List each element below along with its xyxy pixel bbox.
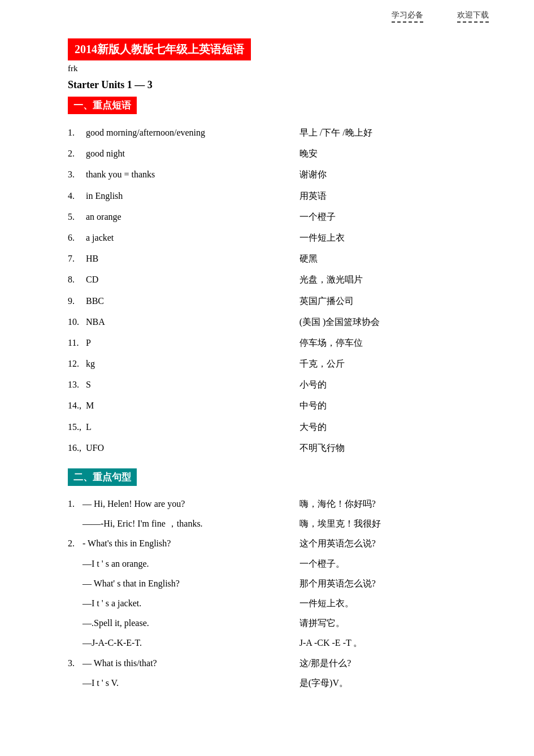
sentence-en: 1. — Hi, Helen! How are you?	[68, 494, 299, 514]
vocab-number-en: 4. in English	[68, 185, 299, 206]
sentence-zh: 是(字母)V。	[299, 673, 489, 693]
vocab-zh: 晚安	[299, 143, 489, 164]
sentence-row: 3. — What is this/that? 这/那是什么?	[68, 653, 489, 673]
vocab-row: 13. S 小号的	[68, 374, 489, 395]
vocab-row: 2. good night 晚安	[68, 143, 489, 164]
subtitle: frk	[68, 64, 489, 73]
vocab-number-en: 6. a jacket	[68, 227, 299, 248]
vocab-number-en: 1. good morning/afternoon/evening	[68, 122, 299, 143]
sentence-row: —I t ' s V. 是(字母)V。	[68, 673, 489, 693]
vocab-zh: 停车场，停车位	[299, 332, 489, 353]
sentence-en: 2. - What's this in English?	[68, 533, 299, 553]
vocab-zh: 用英语	[299, 185, 489, 206]
vocab-row: 10. NBA (美国 )全国篮球协会	[68, 311, 489, 332]
vocab-row: 15., L 大号的	[68, 416, 489, 437]
sentence-en: — What' s that in English?	[68, 573, 299, 593]
sentence-en: —I t ' s a jacket.	[68, 593, 299, 613]
sentence-row: 1. — Hi, Helen! How are you? 嗨，海伦！你好吗?	[68, 494, 489, 514]
vocab-row: 3. thank you = thanks 谢谢你	[68, 164, 489, 185]
vocab-number-en: 9. BBC	[68, 290, 299, 311]
main-content: 2014新版人教版七年级上英语短语 frk Starter Units 1 — …	[0, 27, 534, 715]
sentence-table: 1. — Hi, Helen! How are you? 嗨，海伦！你好吗? —…	[68, 494, 489, 693]
sentence-en: —J-A-C-K-E-T.	[68, 633, 299, 653]
vocab-zh: 中号的	[299, 395, 489, 416]
sentence-zh: 这/那是什么?	[299, 653, 489, 673]
sentence-row: —I t ' s an orange. 一个橙子。	[68, 554, 489, 573]
vocab-number-en: 10. NBA	[68, 311, 299, 332]
vocab-row: 4. in English 用英语	[68, 185, 489, 206]
vocab-number-en: 14., M	[68, 395, 299, 416]
vocab-number-en: 12. kg	[68, 353, 299, 374]
vocab-number-en: 3. thank you = thanks	[68, 164, 299, 185]
vocab-number-en: 2. good night	[68, 143, 299, 164]
vocab-number-en: 11. P	[68, 332, 299, 353]
vocab-zh: 小号的	[299, 374, 489, 395]
sentence-row: —I t ' s a jacket. 一件短上衣。	[68, 593, 489, 613]
sentence-row: 2. - What's this in English? 这个用英语怎么说?	[68, 533, 489, 553]
vocab-number-en: 13. S	[68, 374, 299, 395]
vocab-zh: (美国 )全国篮球协会	[299, 311, 489, 332]
sentence-zh: 嗨，海伦！你好吗?	[299, 494, 489, 514]
sentence-en: ——-Hi, Eric! I'm fine ，thanks.	[68, 514, 299, 533]
vocab-row: 8. CD 光盘，激光唱片	[68, 269, 489, 290]
sentence-en: 3. — What is this/that?	[68, 653, 299, 673]
header: 学习必备 欢迎下载	[0, 0, 534, 27]
vocab-row: 5. an orange 一个橙子	[68, 206, 489, 227]
sentence-row: — What' s that in English? 那个用英语怎么说?	[68, 573, 489, 593]
vocab-table: 1. good morning/afternoon/evening 早上 /下午…	[68, 122, 489, 458]
vocab-zh: 硬黑	[299, 248, 489, 269]
sentence-zh: 一个橙子。	[299, 554, 489, 573]
vocab-row: 14., M 中号的	[68, 395, 489, 416]
sentence-row: —.Spell it, please. 请拼写它。	[68, 613, 489, 633]
vocab-zh: 大号的	[299, 416, 489, 437]
vocab-number-en: 5. an orange	[68, 206, 299, 227]
vocab-zh: 光盘，激光唱片	[299, 269, 489, 290]
vocab-zh: 一个橙子	[299, 206, 489, 227]
vocab-zh: 英国广播公司	[299, 290, 489, 311]
sentence-zh: 嗨，埃里克！我很好	[299, 514, 489, 533]
vocab-row: 7. HB 硬黑	[68, 248, 489, 269]
vocab-number-en: 16., UFO	[68, 437, 299, 458]
sentence-zh: J-A -CK -E -T 。	[299, 633, 489, 653]
sentence-row: ——-Hi, Eric! I'm fine ，thanks. 嗨，埃里克！我很好	[68, 514, 489, 533]
sentence-zh: 一件短上衣。	[299, 593, 489, 613]
vocab-zh: 千克，公斤	[299, 353, 489, 374]
sentence-row: —J-A-C-K-E-T. J-A -CK -E -T 。	[68, 633, 489, 653]
header-left: 学习必备	[392, 10, 423, 23]
sentence-en: —I t ' s V.	[68, 673, 299, 693]
section2-label: 二、重点句型	[68, 468, 137, 486]
vocab-number-en: 7. HB	[68, 248, 299, 269]
vocab-row: 9. BBC 英国广播公司	[68, 290, 489, 311]
vocab-number-en: 8. CD	[68, 269, 299, 290]
sentence-en: —.Spell it, please.	[68, 613, 299, 633]
vocab-row: 12. kg 千克，公斤	[68, 353, 489, 374]
page-title: 2014新版人教版七年级上英语短语	[68, 38, 251, 60]
vocab-number-en: 15., L	[68, 416, 299, 437]
sentence-zh: 那个用英语怎么说?	[299, 573, 489, 593]
vocab-row: 1. good morning/afternoon/evening 早上 /下午…	[68, 122, 489, 143]
header-right: 欢迎下载	[457, 10, 489, 23]
vocab-zh: 不明飞行物	[299, 437, 489, 458]
section-heading: Starter Units 1 — 3	[68, 79, 489, 91]
vocab-row: 16., UFO 不明飞行物	[68, 437, 489, 458]
vocab-zh: 谢谢你	[299, 164, 489, 185]
vocab-row: 6. a jacket 一件短上衣	[68, 227, 489, 248]
vocab-zh: 早上 /下午 /晚上好	[299, 122, 489, 143]
sentence-en: —I t ' s an orange.	[68, 554, 299, 573]
vocab-zh: 一件短上衣	[299, 227, 489, 248]
vocab-row: 11. P 停车场，停车位	[68, 332, 489, 353]
section1-label: 一、重点短语	[68, 97, 137, 114]
sentence-zh: 请拼写它。	[299, 613, 489, 633]
sentence-zh: 这个用英语怎么说?	[299, 533, 489, 553]
